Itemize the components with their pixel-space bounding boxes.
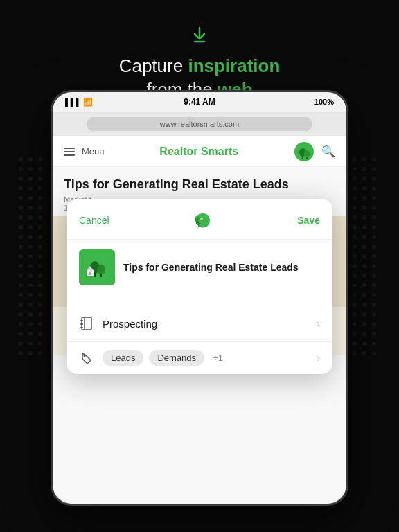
site-title: Realtor Smarts xyxy=(159,145,238,158)
svg-point-10 xyxy=(28,186,33,190)
svg-point-43 xyxy=(28,293,33,297)
svg-point-111 xyxy=(353,312,357,317)
svg-point-76 xyxy=(362,196,366,200)
svg-point-51 xyxy=(19,322,23,326)
site-menu-button[interactable]: Menu xyxy=(64,146,105,157)
svg-point-69 xyxy=(353,177,357,181)
svg-rect-165 xyxy=(82,317,91,330)
svg-point-80 xyxy=(372,206,376,210)
svg-point-108 xyxy=(353,303,357,307)
svg-point-21 xyxy=(19,225,23,229)
url-text: www.realtorsmarts.com xyxy=(160,120,239,128)
svg-point-83 xyxy=(372,215,376,220)
svg-point-105 xyxy=(353,293,357,297)
svg-point-23 xyxy=(38,225,42,229)
svg-point-63 xyxy=(353,157,357,161)
clip-preview: Tips for Generating Real Estate Leads xyxy=(79,249,320,285)
svg-point-101 xyxy=(372,274,376,278)
right-dots-decoration xyxy=(349,152,384,360)
svg-point-77 xyxy=(372,196,376,200)
svg-point-88 xyxy=(362,235,366,239)
status-bar: ▌▌▌ 📶 9:41 AM 100% xyxy=(53,92,346,112)
svg-point-18 xyxy=(19,215,23,220)
svg-point-75 xyxy=(353,196,357,200)
svg-point-26 xyxy=(38,235,42,239)
tags-chevron-icon: › xyxy=(317,353,320,364)
svg-point-113 xyxy=(372,312,376,317)
svg-point-61 xyxy=(28,351,33,355)
tag-svg-icon xyxy=(81,352,92,364)
svg-point-25 xyxy=(28,235,33,239)
svg-point-103 xyxy=(362,283,366,287)
svg-point-106 xyxy=(362,293,366,297)
menu-label: Menu xyxy=(82,146,105,157)
svg-point-31 xyxy=(28,254,33,258)
download-icon xyxy=(0,25,399,49)
svg-point-116 xyxy=(372,322,376,326)
svg-point-112 xyxy=(362,312,366,317)
svg-point-19 xyxy=(28,215,33,220)
dialog-header: Cancel Save xyxy=(66,199,332,240)
svg-point-71 xyxy=(372,177,376,181)
save-button[interactable]: Save xyxy=(297,215,320,226)
svg-point-12 xyxy=(19,196,23,200)
svg-point-123 xyxy=(353,351,357,355)
svg-point-65 xyxy=(372,157,376,161)
svg-point-90 xyxy=(353,245,357,249)
svg-point-104 xyxy=(372,283,376,287)
tags-row[interactable]: Leads Demands +1 › xyxy=(66,342,332,374)
signal-wifi-area: ▌▌▌ 📶 xyxy=(65,98,93,107)
clip-thumbnail xyxy=(79,249,115,285)
svg-point-100 xyxy=(362,274,366,278)
svg-point-93 xyxy=(353,254,357,258)
search-icon-nav[interactable]: 🔍 xyxy=(321,145,335,158)
site-nav-right: 🔍 xyxy=(294,141,335,162)
svg-point-28 xyxy=(28,245,33,249)
tag-leads: Leads xyxy=(103,350,143,366)
svg-point-64 xyxy=(362,157,366,161)
svg-point-4 xyxy=(28,167,33,171)
evernote-icon xyxy=(191,209,215,232)
svg-point-5 xyxy=(38,167,42,171)
svg-point-59 xyxy=(38,342,42,346)
svg-point-118 xyxy=(362,332,366,336)
svg-point-109 xyxy=(362,303,366,307)
svg-point-81 xyxy=(353,215,357,220)
cancel-button[interactable]: Cancel xyxy=(79,215,109,226)
dialog-body: Tips for Generating Real Estate Leads xyxy=(66,240,332,306)
svg-point-52 xyxy=(28,322,33,326)
svg-point-156 xyxy=(202,219,203,220)
browser-bar: www.realtorsmarts.com xyxy=(53,112,346,136)
notebook-row[interactable]: Prospecting › xyxy=(66,306,332,342)
notebook-icon xyxy=(79,316,94,331)
svg-point-45 xyxy=(19,303,23,307)
svg-point-44 xyxy=(38,293,42,297)
svg-point-107 xyxy=(372,293,376,297)
svg-rect-167 xyxy=(80,320,83,321)
url-bar[interactable]: www.realtorsmarts.com xyxy=(87,117,312,131)
svg-point-120 xyxy=(353,342,357,346)
tag-icon xyxy=(79,351,94,366)
svg-point-15 xyxy=(19,206,23,210)
tags-list: Leads Demands +1 xyxy=(103,350,317,366)
tablet-frame: ▌▌▌ 📶 9:41 AM 100% www.realtorsmarts.com xyxy=(51,90,348,506)
svg-point-46 xyxy=(28,303,33,307)
svg-point-47 xyxy=(38,303,42,307)
svg-point-72 xyxy=(353,186,357,190)
svg-point-24 xyxy=(19,235,23,239)
svg-rect-169 xyxy=(80,327,83,328)
svg-point-121 xyxy=(362,342,366,346)
svg-point-98 xyxy=(372,264,376,268)
svg-point-17 xyxy=(38,206,42,210)
svg-point-3 xyxy=(19,167,23,171)
svg-point-35 xyxy=(38,264,42,268)
svg-point-70 xyxy=(362,177,366,181)
svg-point-95 xyxy=(372,254,376,258)
svg-point-66 xyxy=(353,167,357,171)
svg-rect-161 xyxy=(100,274,102,277)
notebook-chevron-icon: › xyxy=(317,318,320,329)
svg-point-94 xyxy=(362,254,366,258)
svg-point-30 xyxy=(19,254,23,258)
svg-rect-164 xyxy=(89,272,91,275)
svg-point-13 xyxy=(28,196,33,200)
